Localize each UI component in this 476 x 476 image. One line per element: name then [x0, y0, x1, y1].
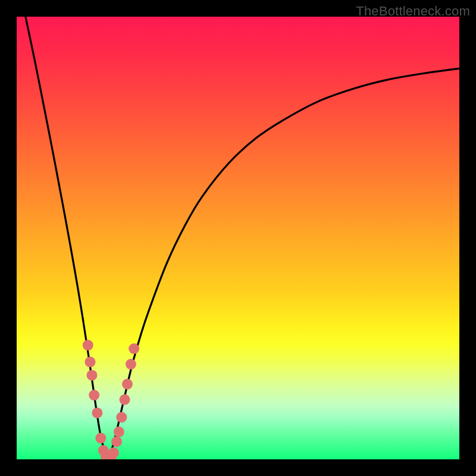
scatter-dot [116, 412, 127, 422]
scatter-dot [95, 433, 106, 443]
scatter-dot [126, 359, 136, 369]
scatter-dot [111, 436, 122, 447]
watermark-label: TheBottleneck.com [356, 4, 470, 19]
scatter-dot [129, 343, 139, 354]
scatter-points [83, 340, 139, 459]
scatter-dot [85, 356, 96, 367]
scatter-dot [108, 447, 119, 458]
scatter-dot [114, 427, 124, 437]
chart-frame: TheBottleneck.com [0, 0, 476, 476]
scatter-dot [86, 370, 97, 381]
scatter-dot [89, 390, 99, 400]
scatter-dot [92, 408, 102, 418]
scatter-dot [83, 340, 93, 350]
plot-area [17, 17, 459, 459]
scatter-dot [120, 394, 130, 405]
curve-layer [17, 17, 459, 459]
scatter-dot [122, 379, 133, 390]
